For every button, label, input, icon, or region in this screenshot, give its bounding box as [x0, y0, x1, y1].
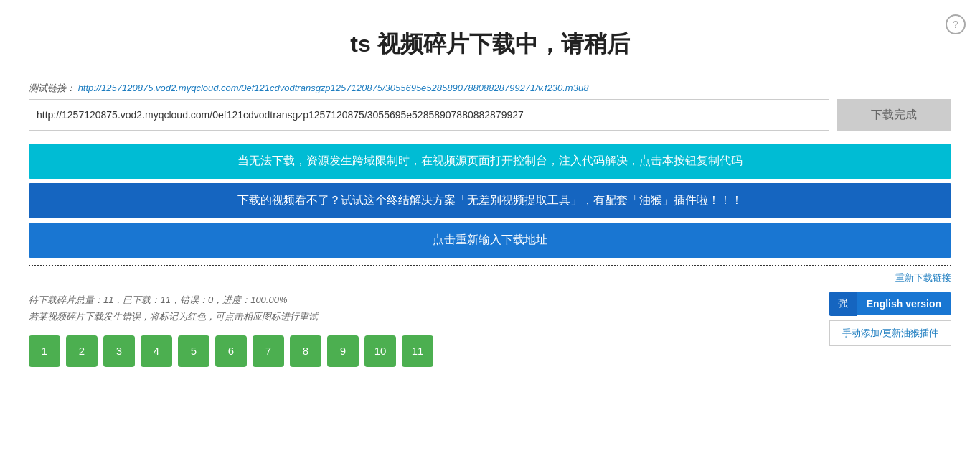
manual-plugin-button[interactable]: 手动添加/更新油猴插件	[829, 320, 951, 346]
fragment-button-1[interactable]: 1	[29, 335, 60, 367]
test-link-area: 测试链接： http://1257120875.vod2.myqcloud.co…	[29, 82, 951, 95]
stats-line1: 待下载碎片总量：11，已下载：11，错误：0，进度：100.00%	[29, 292, 951, 308]
fragment-button-8[interactable]: 8	[290, 335, 321, 367]
page-title: ts 视频碎片下载中，请稍后	[29, 29, 951, 60]
copy-code-button[interactable]: 当无法下载，资源发生跨域限制时，在视频源页面打开控制台，注入代码解决，点击本按钮…	[29, 144, 951, 179]
lang-area: 强 English version 手动添加/更新油猴插件	[829, 292, 951, 346]
fragment-button-11[interactable]: 11	[402, 335, 433, 367]
fragment-button-10[interactable]: 10	[364, 335, 396, 367]
stats-line2: 若某视频碎片下载发生错误，将标记为红色，可点击相应图标进行重试	[29, 308, 951, 325]
lang-btn-en[interactable]: English version	[857, 292, 951, 315]
fragment-button-7[interactable]: 7	[253, 335, 284, 367]
redownload-link[interactable]: 重新下载链接	[895, 272, 951, 283]
url-row: 下载完成	[29, 99, 951, 131]
fragment-button-2[interactable]: 2	[66, 335, 98, 367]
fragment-button-5[interactable]: 5	[178, 335, 209, 367]
url-input[interactable]	[29, 99, 829, 131]
dotted-divider	[29, 265, 951, 266]
test-link-url[interactable]: http://1257120875.vod2.myqcloud.com/0ef1…	[78, 83, 589, 93]
fragment-button-4[interactable]: 4	[141, 335, 172, 367]
fragment-button-6[interactable]: 6	[215, 335, 247, 367]
fragment-button-9[interactable]: 9	[327, 335, 359, 367]
fragment-button-3[interactable]: 3	[103, 335, 135, 367]
test-link-label-text: 测试链接：	[29, 83, 75, 93]
video-extract-button[interactable]: 下载的视频看不了？试试这个终结解决方案「无差别视频提取工具」，有配套「油猴」插件…	[29, 183, 951, 218]
help-button[interactable]: ?	[946, 14, 966, 34]
lang-btn-row: 强 English version	[829, 292, 951, 316]
download-complete-button[interactable]: 下载完成	[837, 99, 951, 131]
redownload-link-area: 重新下载链接	[29, 271, 951, 284]
stats-area: 待下载碎片总量：11，已下载：11，错误：0，进度：100.00% 若某视频碎片…	[29, 292, 951, 367]
lang-btn-cn[interactable]: 强	[829, 292, 857, 316]
re-input-url-button[interactable]: 点击重新输入下载地址	[29, 223, 951, 258]
fragment-buttons: 1234567891011	[29, 335, 951, 367]
